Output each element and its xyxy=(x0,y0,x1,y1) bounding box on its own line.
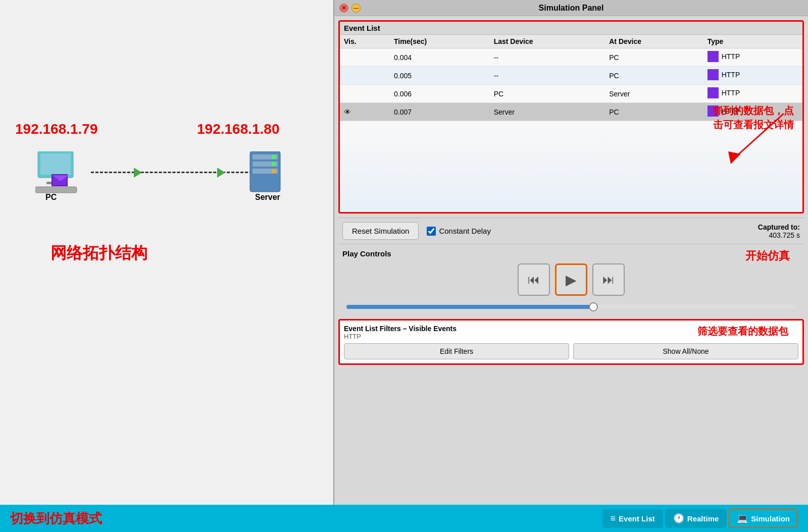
slider-container xyxy=(342,302,800,311)
pc-label: PC xyxy=(45,193,57,202)
reset-simulation-button[interactable]: Reset Simulation xyxy=(342,222,419,240)
table-row[interactable]: 0.006 PC Server HTTP xyxy=(340,85,802,103)
svg-point-10 xyxy=(272,162,276,166)
play-controls-title: Play Controls xyxy=(342,249,391,258)
cell-vis xyxy=(340,85,390,103)
pc-icon xyxy=(35,151,91,194)
cell-at-device: PC xyxy=(605,103,703,121)
type-badge: HTTP xyxy=(708,87,740,98)
cell-last-device: PC xyxy=(490,85,605,103)
controls-area: Reset Simulation Constant Delay Captured… xyxy=(338,218,804,244)
connection-line xyxy=(91,172,252,173)
play-controls-section: Play Controls 开始仿真 ⏮ ▶ ⏭ xyxy=(338,244,804,317)
col-vis: Vis. xyxy=(340,35,390,48)
network-area: 192.168.1.79 192.168.1.80 xyxy=(0,0,336,505)
type-badge: HTTP xyxy=(708,51,740,62)
network-diagram: PC Server xyxy=(25,151,318,217)
type-label: HTTP xyxy=(722,89,740,97)
panel-title: Simulation Panel xyxy=(539,4,604,13)
ip-label-left: 192.168.1.79 xyxy=(15,121,98,137)
filter-tag: HTTP xyxy=(344,333,457,340)
envelope-icon xyxy=(52,174,68,186)
play-button[interactable]: ▶ xyxy=(555,263,587,296)
event-list-title: Event List xyxy=(340,22,802,35)
server-label: Server xyxy=(255,193,280,202)
table-row[interactable]: 0.005 -- PC HTTP xyxy=(340,67,802,85)
progress-slider[interactable] xyxy=(346,305,796,309)
col-last-device: Last Device xyxy=(490,35,605,48)
bottom-tab-realtime[interactable]: 🕐 Realtime xyxy=(665,509,727,528)
type-badge: HTTP xyxy=(708,69,740,80)
tab-label-0: Event List xyxy=(619,514,655,523)
captured-info: Captured to: 403.725 s xyxy=(758,223,800,239)
cell-time: 0.005 xyxy=(390,67,490,85)
col-type: Type xyxy=(703,35,802,48)
type-color-box xyxy=(708,69,719,80)
captured-annotation: 抓到的数据包，点击可查看报文详情 xyxy=(713,103,794,132)
cell-time: 0.006 xyxy=(390,85,490,103)
svg-point-11 xyxy=(272,169,276,173)
filter-annotation: 筛选要查看的数据包 xyxy=(697,325,788,338)
col-at-device: At Device xyxy=(605,35,703,48)
cell-type: HTTP xyxy=(703,67,802,85)
constant-delay-text: Constant Delay xyxy=(439,227,491,235)
type-color-box xyxy=(708,87,719,98)
cell-last-device: Server xyxy=(490,103,605,121)
type-label: HTTP xyxy=(722,52,740,61)
annotation-arrow-area: 抓到的数据包，点击可查看报文详情 xyxy=(703,103,794,171)
captured-to-value: 403.725 s xyxy=(769,231,800,239)
tab-icon-2: 💻 xyxy=(737,513,748,524)
arrow-left-icon xyxy=(134,168,142,178)
start-sim-annotation: 开始仿真 xyxy=(745,248,790,263)
cell-last-device: -- xyxy=(490,48,605,67)
filters-title-area: Event List Filters – Visible Events HTTP xyxy=(344,325,457,340)
tab-label-2: Simulation xyxy=(751,514,790,523)
next-icon: ⏭ xyxy=(602,273,615,287)
filters-header: Event List Filters – Visible Events HTTP… xyxy=(344,325,798,340)
play-buttons: ⏮ ▶ ⏭ xyxy=(342,263,800,296)
filters-title: Event List Filters – Visible Events xyxy=(344,325,457,333)
cell-time: 0.007 xyxy=(390,103,490,121)
type-label: HTTP xyxy=(722,71,740,79)
captured-to-label: Captured to: xyxy=(758,223,800,231)
svg-rect-1 xyxy=(40,153,71,175)
type-color-box xyxy=(708,51,719,62)
cell-type: HTTP xyxy=(703,48,802,67)
cell-vis: 👁 xyxy=(340,103,390,121)
bottom-bar: 切换到仿真模式 ≡ Event List 🕐 Realtime 💻 Simula… xyxy=(0,505,808,532)
network-topology-label: 网络拓扑结构 xyxy=(50,242,147,264)
arrow-right-icon xyxy=(217,168,225,178)
bottom-label-cn: 切换到仿真模式 xyxy=(10,510,102,527)
cell-vis xyxy=(340,48,390,67)
bottom-tab-event-list[interactable]: ≡ Event List xyxy=(602,509,663,528)
filter-buttons: Edit Filters Show All/None xyxy=(344,343,798,359)
tab-icon-1: 🕐 xyxy=(673,513,684,524)
prev-icon: ⏮ xyxy=(528,273,540,287)
show-all-none-button[interactable]: Show All/None xyxy=(573,343,798,359)
edit-filters-button[interactable]: Edit Filters xyxy=(344,343,569,359)
minimize-button[interactable]: — xyxy=(351,4,361,13)
close-button[interactable]: ✕ xyxy=(339,4,348,13)
cell-time: 0.004 xyxy=(390,48,490,67)
constant-delay-checkbox[interactable] xyxy=(427,227,436,236)
next-button[interactable]: ⏭ xyxy=(592,263,625,296)
table-header: Vis. Time(sec) Last Device At Device Typ… xyxy=(340,35,802,48)
filters-section: Event List Filters – Visible Events HTTP… xyxy=(338,319,804,365)
table-row[interactable]: 0.004 -- PC HTTP xyxy=(340,48,802,67)
bottom-tab-simulation[interactable]: 💻 Simulation xyxy=(729,509,798,528)
panel-controls: ✕ — xyxy=(339,4,361,13)
ip-label-right: 192.168.1.80 xyxy=(197,121,280,137)
cell-vis xyxy=(340,67,390,85)
tab-icon-0: ≡ xyxy=(611,513,616,524)
play-icon: ▶ xyxy=(566,272,577,288)
server-icon xyxy=(247,151,288,194)
cell-at-device: PC xyxy=(605,48,703,67)
cell-at-device: PC xyxy=(605,67,703,85)
col-time: Time(sec) xyxy=(390,35,490,48)
svg-rect-4 xyxy=(35,187,77,193)
tab-label-1: Realtime xyxy=(687,514,719,523)
panel-titlebar: ✕ — Simulation Panel xyxy=(334,0,808,16)
cell-at-device: Server xyxy=(605,85,703,103)
bottom-tabs: ≡ Event List 🕐 Realtime 💻 Simulation xyxy=(602,509,798,528)
prev-button[interactable]: ⏮ xyxy=(518,263,550,296)
